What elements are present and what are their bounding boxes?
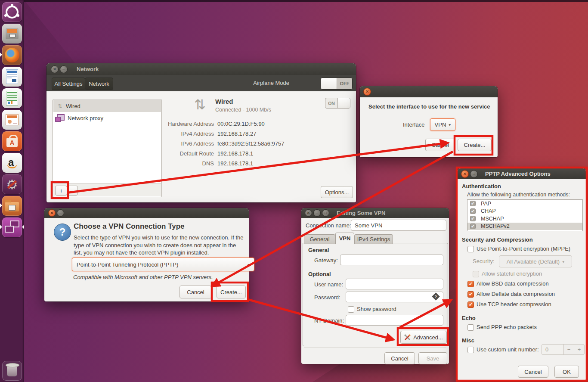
network-add-button[interactable]: + (55, 186, 67, 196)
unity-launcher: A a ⚙ (0, 0, 24, 382)
maximize-icon[interactable]: □ (470, 170, 478, 178)
username-label: User name: (314, 281, 343, 288)
minimize-icon[interactable]: − (60, 65, 68, 73)
mppe-checkbox[interactable] (467, 246, 474, 252)
show-password-checkbox[interactable] (348, 306, 354, 313)
interface-cancel-button[interactable]: Cancel (425, 139, 455, 151)
trash-icon[interactable] (2, 361, 22, 381)
libreoffice-calc-icon[interactable] (2, 88, 22, 108)
stateful-encryption-label: Allow stateful encryption (482, 270, 542, 277)
tcp-compression-checkbox[interactable]: ✔ (467, 301, 474, 308)
close-icon[interactable]: ✕ (461, 170, 469, 178)
window-title: Network (77, 66, 99, 72)
vpn-type-titlebar[interactable]: ✕ − (44, 208, 249, 218)
vpn-type-cancel-button[interactable]: Cancel (179, 286, 212, 298)
pptp-titlebar[interactable]: ✕ □ PPTP Advanced Options (458, 168, 586, 179)
stateful-encryption-checkbox[interactable] (473, 271, 479, 277)
mschapv2-checkbox[interactable]: ✔ (470, 224, 476, 229)
unit-number-input[interactable]: 0 (542, 344, 564, 355)
pap-checkbox[interactable]: ✔ (470, 201, 476, 206)
password-input[interactable] (346, 292, 443, 302)
interface-select[interactable]: VPN▾ (430, 118, 455, 131)
interface-label: Interface (403, 121, 425, 128)
device-status: Connected - 1000 Mb/s (215, 107, 271, 113)
security-select[interactable]: All Available (Default)▾ (499, 255, 572, 267)
network-nav-button[interactable]: Network (85, 78, 113, 90)
vpn-type-create-button[interactable]: Create... (217, 286, 246, 298)
vpn-type-body: Select the type of VPN you wish to use f… (74, 234, 245, 257)
ppp-echo-checkbox[interactable] (467, 324, 474, 331)
close-icon[interactable]: ✕ (305, 209, 312, 217)
options-button[interactable]: Options... (321, 186, 353, 198)
deflate-compression-checkbox[interactable]: ✔ (467, 291, 474, 298)
tab-ipv4-settings[interactable]: IPv4 Settings (354, 234, 393, 244)
username-input[interactable] (346, 279, 443, 289)
window-title: Editing Some VPN (337, 210, 385, 216)
wired-switch[interactable]: ON (325, 98, 350, 109)
focused-indicator (22, 225, 24, 229)
mschap-checkbox[interactable]: ✔ (470, 216, 476, 221)
save-button[interactable]: Save (418, 352, 447, 364)
auth-method-row-selected[interactable]: ✔ MSCHAPv2 (467, 223, 582, 230)
advanced-button[interactable]: Advanced... (400, 331, 447, 344)
auth-method-row[interactable]: ✔ PAP (467, 200, 582, 208)
minimize-icon[interactable]: − (57, 209, 64, 217)
divider (304, 348, 446, 348)
nt-domain-input[interactable] (346, 315, 443, 326)
chap-checkbox[interactable]: ✔ (470, 208, 476, 214)
close-icon[interactable]: ✕ (48, 209, 56, 217)
libreoffice-impress-icon[interactable] (2, 110, 22, 130)
device-name: Wired (215, 98, 233, 105)
deflate-compression-label: Allow Deflate data compression (477, 291, 555, 297)
firefox-icon[interactable] (2, 45, 22, 65)
software-center-icon[interactable]: A (2, 131, 22, 151)
unit-increment-button[interactable]: + (574, 344, 585, 355)
all-settings-button[interactable]: All Settings (52, 78, 85, 90)
dash-icon[interactable] (2, 2, 22, 22)
pptp-dialog: ✕ □ PPTP Advanced Options Authentication… (458, 168, 586, 381)
unit-decrement-button[interactable]: − (563, 344, 574, 355)
pptp-cancel-button[interactable]: Cancel (518, 366, 548, 378)
chevron-down-icon: ▾ (562, 259, 564, 264)
tab-general[interactable]: General (304, 234, 335, 244)
device-list-item-wired[interactable]: ⇅ Wired (53, 100, 161, 112)
unit-number-checkbox[interactable] (467, 347, 474, 353)
amazon-icon[interactable]: a (2, 153, 22, 173)
libreoffice-writer-icon[interactable] (2, 67, 22, 87)
minimize-icon[interactable]: − (313, 209, 321, 217)
pptp-ok-button[interactable]: OK (554, 366, 579, 378)
remote-desktop-icon[interactable] (2, 217, 22, 237)
vpn-type-title: Choose a VPN Connection Type (74, 222, 185, 231)
network-titlebar[interactable]: ✕ − Network (46, 63, 356, 75)
connection-name-label: Connection name: (306, 222, 351, 229)
device-list-item-proxy[interactable]: Network proxy (53, 112, 161, 124)
editing-vpn-dialog: ✕ − □ Editing Some VPN Connection name: … (301, 208, 449, 364)
password-label: Password: (314, 294, 340, 301)
gateway-input[interactable] (340, 255, 443, 265)
airplane-toggle-state: OFF (337, 78, 352, 89)
network-toolbar: All Settings Network Airplane Mode OFF (46, 75, 356, 91)
mppe-label: Use Point-to-Point encryption (MPPE) (477, 245, 570, 252)
editing-titlebar[interactable]: ✕ − □ Editing Some VPN (301, 208, 449, 218)
tab-vpn[interactable]: VPN (335, 233, 354, 244)
close-icon[interactable]: ✕ (363, 88, 371, 96)
network-share-icon[interactable] (2, 196, 22, 216)
close-icon[interactable]: ✕ (51, 65, 59, 73)
airplane-mode-toggle[interactable]: OFF (321, 78, 353, 90)
auth-method-row[interactable]: ✔ MSCHAP (467, 215, 582, 223)
network-remove-button[interactable]: − (68, 186, 78, 196)
interface-titlebar[interactable]: ✕ (360, 86, 498, 97)
editing-cancel-button[interactable]: Cancel (384, 352, 415, 364)
interface-dialog: ✕ Select the interface to use for the ne… (360, 86, 498, 157)
security-section-label: Security and Compression (462, 236, 533, 243)
interface-create-button[interactable]: Create... (458, 139, 492, 151)
chevron-down-icon: ▾ (449, 122, 451, 127)
auth-method-row[interactable]: ✔ CHAP (467, 208, 582, 215)
wired-switch-state: ON (325, 98, 337, 108)
files-icon[interactable] (2, 24, 22, 43)
vpn-type-select[interactable]: Point-to-Point Tunneling Protocol (PPTP)… (72, 258, 254, 271)
connection-name-input[interactable] (351, 220, 446, 231)
system-settings-icon[interactable]: ⚙ (2, 174, 22, 194)
bsd-compression-checkbox[interactable]: ✔ (467, 281, 474, 287)
maximize-icon[interactable]: □ (322, 209, 329, 217)
